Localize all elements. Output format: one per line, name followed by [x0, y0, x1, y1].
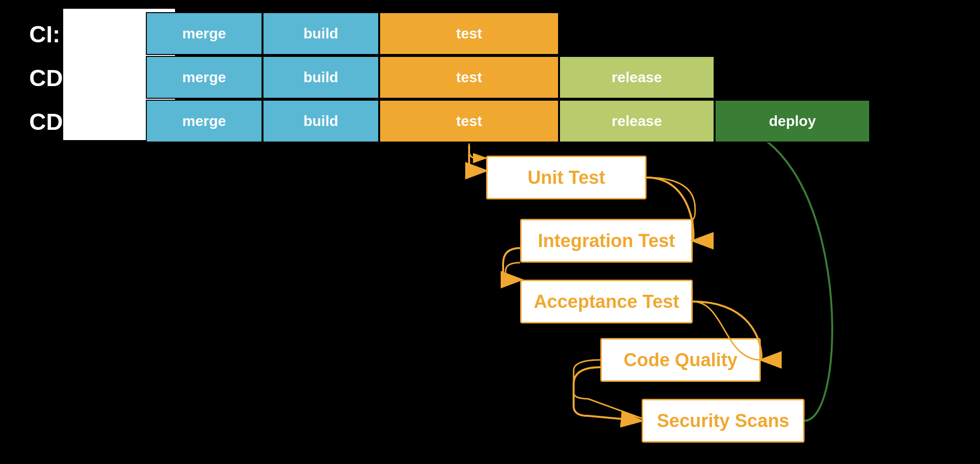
code-quality-box: Code Quality — [600, 338, 761, 382]
cdeployment-build-cell: build — [262, 100, 379, 143]
ci-build-cell: build — [262, 12, 379, 55]
unit-test-box: Unit Test — [486, 156, 647, 199]
integration-test-box: Integration Test — [520, 219, 693, 263]
cdelivery-build-cell: build — [262, 56, 379, 99]
cdeployment-release-cell: release — [559, 100, 715, 143]
cdelivery-merge-cell: merge — [146, 56, 262, 99]
ci-test-cell: test — [379, 12, 559, 55]
cdelivery-label: CDelivery: — [29, 65, 144, 91]
acceptance-test-box: Acceptance Test — [520, 280, 693, 323]
diagram-container: CI: CDelivery: CDeployment: merge build … — [0, 0, 980, 464]
cdeployment-deploy-cell: deploy — [715, 100, 870, 143]
ci-merge-cell: merge — [146, 12, 262, 55]
ci-label: CI: — [29, 21, 60, 48]
cdeployment-test-cell: test — [379, 100, 559, 143]
cdeployment-merge-cell: merge — [146, 100, 262, 143]
cdelivery-release-cell: release — [559, 56, 715, 99]
cdelivery-test-cell: test — [379, 56, 559, 99]
security-scans-box: Security Scans — [642, 399, 805, 443]
